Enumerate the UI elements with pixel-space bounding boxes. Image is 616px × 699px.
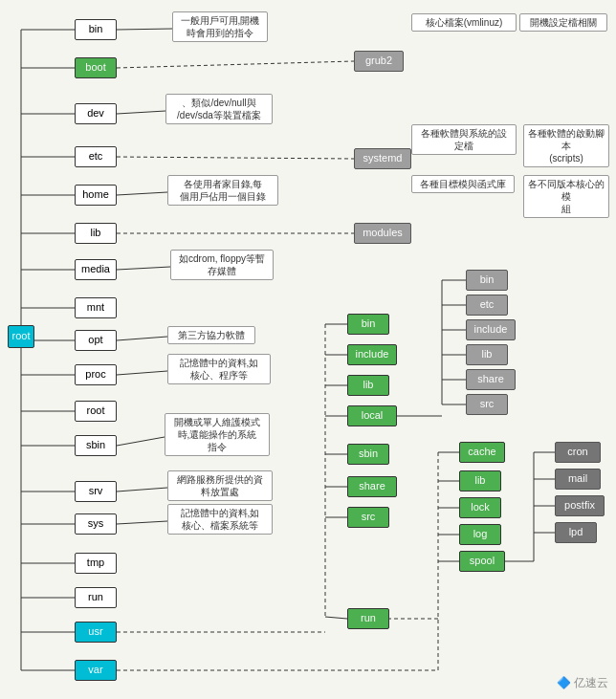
grub2-node: grub2 xyxy=(354,51,404,72)
local-bin-node: bin xyxy=(466,270,508,291)
svg-line-24 xyxy=(117,337,167,340)
root-dir-node: root xyxy=(75,401,117,422)
usr-src-node: src xyxy=(347,507,389,528)
watermark: 🔷 亿速云 xyxy=(557,675,608,691)
systemd-node: systemd xyxy=(354,148,411,169)
svg-line-19 xyxy=(117,61,354,68)
ann-dev: 、類似/dev/null與 /dev/sda等裝置檔案 xyxy=(165,94,273,124)
ann-lib-left: 各種目標模與函式庫 xyxy=(411,175,515,193)
local-include-node: include xyxy=(466,319,516,340)
usr-local-node: local xyxy=(347,405,397,426)
spool-lpd-node: lpd xyxy=(555,522,597,543)
local-src-node: src xyxy=(466,394,508,415)
boot-node: boot xyxy=(75,57,117,78)
root-node: root xyxy=(8,325,34,348)
run-node: run xyxy=(75,587,117,608)
svg-line-27 xyxy=(117,488,167,491)
opt-node: opt xyxy=(75,330,117,351)
home-node: home xyxy=(75,185,117,206)
svg-line-25 xyxy=(117,371,167,375)
ann-vmlinuz: 核心檔案(vmlinuz) xyxy=(411,13,517,32)
mnt-node: mnt xyxy=(75,297,117,318)
var-lock-node: lock xyxy=(459,497,501,518)
bin-node: bin xyxy=(75,19,117,40)
usr-sbin-node: sbin xyxy=(347,444,389,465)
spool-mail-node: mail xyxy=(555,469,601,490)
var-lib-node: lib xyxy=(459,470,501,491)
local-lib-node: lib xyxy=(466,344,508,365)
sbin-node: sbin xyxy=(75,435,117,456)
ann-sbin: 開機或單人維護模式時,還能操作的系統指令 xyxy=(165,413,270,456)
lib-node: lib xyxy=(75,223,117,244)
var-spool-node: spool xyxy=(459,551,505,572)
ann-sys: 記憶體中的資料,如核心、檔案系統等 xyxy=(167,504,273,535)
usr-include-node: include xyxy=(347,344,397,365)
ann-srv: 網路服務所提供的資料放置處 xyxy=(167,470,273,501)
svg-line-40 xyxy=(325,617,347,619)
ann-bin: 一般用戶可用,開機 時會用到的指令 xyxy=(172,11,268,42)
ann-media: 如cdrom, floppy等暫存媒體 xyxy=(170,250,274,280)
usr-node: usr xyxy=(75,622,117,643)
modules-node: modules xyxy=(354,223,411,244)
svg-line-29 xyxy=(117,157,354,159)
srv-node: srv xyxy=(75,481,117,502)
svg-line-20 xyxy=(117,29,172,30)
var-cache-node: cache xyxy=(459,442,505,463)
ann-home: 各使用者家目錄,每個用戶佔用一個目錄 xyxy=(167,175,278,206)
media-node: media xyxy=(75,259,117,280)
local-etc-node: etc xyxy=(466,295,508,316)
spool-postfix-node: postfix xyxy=(555,495,605,516)
svg-line-22 xyxy=(117,192,167,195)
diagram: root bin boot dev etc home lib media mnt… xyxy=(0,0,616,699)
svg-line-23 xyxy=(117,267,170,270)
etc-node: etc xyxy=(75,146,117,167)
local-share-node: share xyxy=(466,369,516,390)
spool-cron-node: cron xyxy=(555,442,601,463)
tmp-node: tmp xyxy=(75,553,117,574)
var-node: var xyxy=(75,660,117,681)
ann-proc: 記憶體中的資料,如核心、程序等 xyxy=(167,354,271,384)
sys-node: sys xyxy=(75,513,117,535)
svg-line-28 xyxy=(117,521,167,524)
usr-lib-node: lib xyxy=(347,375,389,396)
ann-systemd-right: 各種軟體的啟動腳本(scripts) xyxy=(523,124,609,167)
svg-line-21 xyxy=(117,111,165,114)
ann-systemd-left: 各種軟體與系統的設定檔 xyxy=(411,124,517,155)
ann-bootcfg: 開機設定檔相關 xyxy=(519,13,607,32)
proc-node: proc xyxy=(75,364,117,385)
svg-line-26 xyxy=(117,437,165,446)
ann-opt: 第三方協力軟體 xyxy=(167,326,255,344)
var-log-node: log xyxy=(459,524,501,545)
ann-lib-right: 各不同版本核心的模組 xyxy=(523,175,609,218)
usr-run-node: run xyxy=(347,608,389,629)
dev-node: dev xyxy=(75,103,117,124)
usr-bin-node: bin xyxy=(347,314,389,335)
usr-share-node: share xyxy=(347,476,397,497)
